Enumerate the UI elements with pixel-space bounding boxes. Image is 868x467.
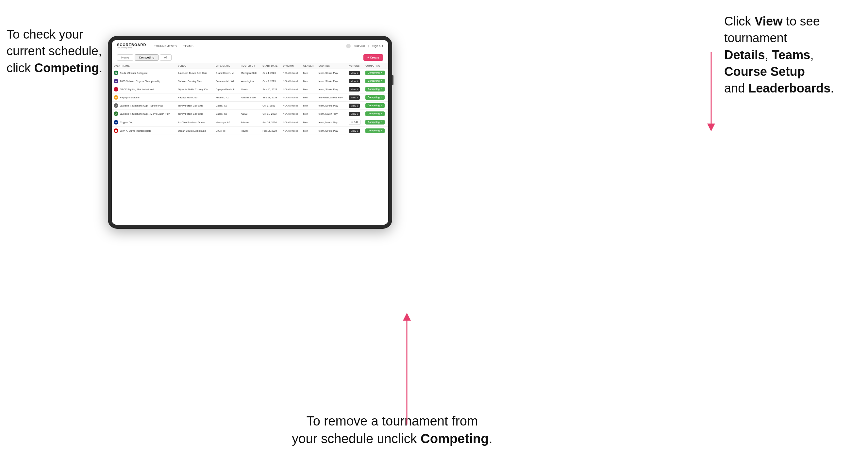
cell-competing: Competing ✓: [364, 118, 388, 127]
cell-actions: View ℹ: [347, 69, 364, 77]
nav-divider: |: [368, 44, 369, 48]
col-city-state: CITY, STATE: [214, 63, 239, 69]
competing-button[interactable]: Competing ✓: [365, 71, 385, 75]
table-row: I OFCC Fighting Illini Invitational Olym…: [112, 85, 388, 93]
cell-event-name: J Jackson T. Stephens Cup – Stroke Play: [112, 102, 176, 110]
event-name-text: Jackson T. Stephens Cup – Stroke Play: [120, 104, 163, 107]
team-logo: W: [114, 79, 118, 83]
event-name-text: John A. Burns Intercollegiate: [120, 129, 151, 132]
sign-out-link[interactable]: Sign out: [372, 44, 383, 49]
nav-teams[interactable]: TEAMS: [183, 44, 193, 49]
view-button[interactable]: View ℹ: [349, 112, 360, 116]
cell-venue: Ocean Course At Hokuala: [176, 127, 214, 135]
cell-venue: Sahalee Country Club: [176, 77, 214, 85]
cell-division: NCAA Division I: [281, 77, 301, 85]
cell-event-name: I OFCC Fighting Illini Invitational: [112, 85, 176, 93]
cell-city-state: Dallas, TX: [214, 110, 239, 118]
cell-venue: Papago Golf Club: [176, 93, 214, 102]
cell-start-date: Oct 11, 2023: [260, 110, 281, 118]
cell-start-date: Sep 18, 2023: [260, 93, 281, 102]
logo-subtitle: Powered by clippi: [117, 47, 146, 49]
arrow-br: [402, 313, 412, 428]
cell-hosted-by: Washington: [239, 77, 260, 85]
cell-city-state: Lihue, HI: [214, 127, 239, 135]
tournaments-table: EVENT NAME VENUE CITY, STATE HOSTED BY S…: [112, 63, 388, 135]
competing-button[interactable]: Competing ✓: [365, 120, 385, 125]
col-gender: GENDER: [301, 63, 317, 69]
tab-all[interactable]: All: [160, 54, 172, 61]
competing-button[interactable]: Competing ✓: [365, 112, 385, 116]
cell-hosted-by: Illinois: [239, 85, 260, 93]
cell-competing: Competing ✓: [364, 110, 388, 118]
tablet-device: SCOREBOARD Powered by clippi TOURNAMENTS…: [108, 36, 392, 229]
col-venue: VENUE: [176, 63, 214, 69]
nav-links: TOURNAMENTS TEAMS: [154, 44, 346, 49]
tabs-bar: Home Competing All + Create: [112, 52, 388, 63]
view-button[interactable]: View ℹ: [349, 87, 360, 92]
cell-city-state: Sammamish, WA: [214, 77, 239, 85]
tablet-screen: SCOREBOARD Powered by clippi TOURNAMENTS…: [112, 40, 388, 225]
table-row: P Papago Individual Papago Golf ClubPhoe…: [112, 93, 388, 102]
cell-gender: Men: [301, 118, 317, 127]
nav-right: Test User | Sign out: [346, 44, 383, 49]
cell-hosted-by: Arizona: [239, 118, 260, 127]
cell-scoring: team, Stroke Play: [317, 77, 347, 85]
view-button[interactable]: View ℹ: [349, 79, 360, 83]
edit-button[interactable]: ✏ Edit: [349, 120, 361, 125]
view-button[interactable]: View ℹ: [349, 129, 360, 133]
create-button[interactable]: + Create: [364, 54, 383, 61]
col-event-name: EVENT NAME: [112, 63, 176, 69]
event-name-text: Copper Cup: [120, 121, 133, 124]
table-row: H John A. Burns Intercollegiate Ocean Co…: [112, 127, 388, 135]
cell-gender: Men: [301, 69, 317, 77]
cell-city-state: Maricopa, AZ: [214, 118, 239, 127]
table-row: J Jackson T. Stephens Cup – Stroke Play …: [112, 102, 388, 110]
cell-city-state: Phoenix, AZ: [214, 93, 239, 102]
cell-scoring: team, Stroke Play: [317, 85, 347, 93]
cell-city-state: Grand Haven, MI: [214, 69, 239, 77]
cell-venue: Ak-Chin Southern Dunes: [176, 118, 214, 127]
cell-venue: Olympia Fields Country Club: [176, 85, 214, 93]
nav-bar: SCOREBOARD Powered by clippi TOURNAMENTS…: [112, 40, 388, 52]
tab-home[interactable]: Home: [117, 54, 133, 61]
cell-start-date: Jan 14, 2024: [260, 118, 281, 127]
cell-scoring: team, Stroke Play: [317, 127, 347, 135]
team-logo: J: [114, 103, 118, 108]
cell-venue: Trinity Forest Golf Club: [176, 110, 214, 118]
competing-button[interactable]: Competing ✓: [365, 87, 385, 92]
event-name-text: Papago Individual: [120, 96, 140, 99]
cell-start-date: Sep 9, 2023: [260, 77, 281, 85]
col-division: DIVISION: [281, 63, 301, 69]
competing-button[interactable]: Competing ✓: [365, 95, 385, 100]
col-competing: COMPETING: [364, 63, 388, 69]
user-icon: [346, 44, 351, 49]
cell-city-state: Olympia Fields, IL: [214, 85, 239, 93]
cell-actions: View ℹ: [347, 102, 364, 110]
table-row: S Folds of Honor Collegiate American Dun…: [112, 69, 388, 77]
cell-start-date: Oct 9, 2023: [260, 102, 281, 110]
view-button[interactable]: View ℹ: [349, 103, 360, 108]
cell-actions: View ℹ: [347, 93, 364, 102]
cell-scoring: team, Match Play: [317, 110, 347, 118]
cell-competing: Competing ✓: [364, 69, 388, 77]
competing-button[interactable]: Competing ✓: [365, 103, 385, 108]
view-button[interactable]: View ℹ: [349, 95, 360, 100]
cell-division: NCAA Division I: [281, 102, 301, 110]
cell-division: NCAA Division I: [281, 127, 301, 135]
competing-button[interactable]: Competing ✓: [365, 128, 385, 133]
cell-start-date: Sep 4, 2023: [260, 69, 281, 77]
tab-competing[interactable]: Competing: [135, 54, 158, 61]
col-actions: ACTIONS: [347, 63, 364, 69]
tabs-left: Home Competing All: [117, 54, 172, 61]
view-button[interactable]: View ℹ: [349, 71, 360, 75]
cell-city-state: Dallas, TX: [214, 102, 239, 110]
cell-actions: View ℹ: [347, 85, 364, 93]
cell-competing: Competing ✓: [364, 127, 388, 135]
cell-competing: Competing ✓: [364, 102, 388, 110]
cell-gender: Men: [301, 85, 317, 93]
nav-tournaments[interactable]: TOURNAMENTS: [154, 44, 177, 49]
competing-button[interactable]: Competing ✓: [365, 79, 385, 83]
cell-division: NCAA Division I: [281, 85, 301, 93]
cell-division: NCAA Division I: [281, 69, 301, 77]
cell-hosted-by: Arizona State: [239, 93, 260, 102]
